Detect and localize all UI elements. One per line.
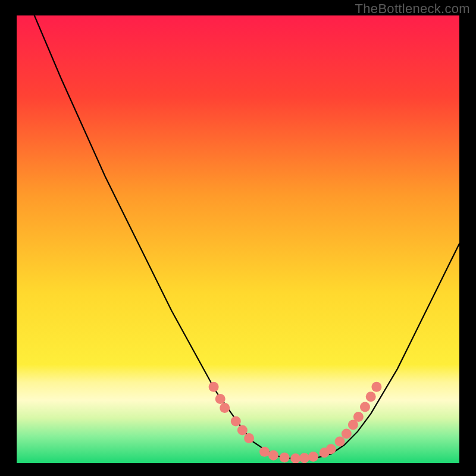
plot-area — [17, 15, 459, 463]
watermark-text: TheBottleneck.com — [355, 1, 470, 17]
curve-marker — [308, 452, 318, 462]
curve-marker — [237, 425, 248, 436]
curve-marker — [366, 392, 376, 402]
curve-marker — [371, 382, 381, 392]
curve-marker — [220, 403, 230, 413]
curve-marker — [326, 444, 336, 454]
chart-svg — [17, 15, 459, 463]
curve-marker — [353, 412, 364, 422]
curve-marker — [231, 416, 241, 427]
curve-marker — [342, 429, 352, 439]
curve-marker — [259, 447, 270, 457]
curve-marker — [360, 402, 370, 412]
curve-marker — [209, 382, 219, 392]
gradient-background — [17, 15, 459, 463]
curve-marker — [299, 453, 309, 463]
curve-marker — [335, 436, 345, 446]
chart-frame: TheBottleneck.com — [0, 0, 476, 476]
curve-marker — [244, 433, 254, 443]
curve-marker — [280, 453, 290, 463]
curve-marker — [268, 450, 278, 461]
curve-marker — [215, 394, 226, 404]
